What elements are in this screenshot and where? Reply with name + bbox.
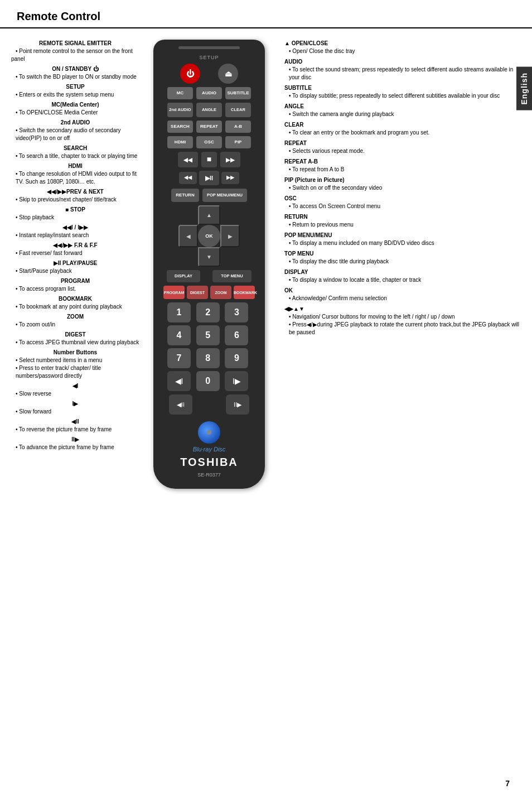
bookmark-color-button[interactable]: BOOKMARK: [234, 286, 255, 299]
frame-fwd-button[interactable]: II▶: [226, 394, 249, 415]
bullet-setup-1: • Enters or exits the system setup menu: [11, 91, 139, 99]
hdmi-button[interactable]: HDMI: [167, 136, 193, 148]
bullet-slow-rev-1: • Slow reverse: [11, 390, 139, 398]
title-osc-right: OSC: [284, 195, 521, 203]
slow-fwd-button[interactable]: I▶: [225, 371, 248, 391]
pop-menu-button[interactable]: POP MENU/MENU: [202, 189, 247, 202]
subtitle-button[interactable]: SUBTITLE: [225, 87, 251, 99]
language-tab: English: [516, 67, 532, 110]
osc-button[interactable]: OSC: [196, 136, 222, 148]
ok-button[interactable]: OK: [198, 225, 220, 247]
model-number: SE-R0377: [197, 472, 221, 478]
seek-back-button[interactable]: ◀◀: [179, 172, 197, 184]
section-title-frame-rev: ◀II: [11, 418, 139, 426]
num4-button[interactable]: 4: [167, 325, 191, 345]
section-subtitle-right: SUBTITLE • To display subtitle; press re…: [284, 84, 521, 100]
num9-button[interactable]: 9: [225, 348, 248, 368]
title-pop-menu-right: POP MENU/MENU: [284, 232, 521, 239]
section-title-instant: ◀◀I / I▶▶: [11, 224, 139, 232]
search-button[interactable]: SEARCH: [167, 121, 193, 133]
mc-button[interactable]: MC: [167, 87, 193, 99]
zoom-color-button[interactable]: ZOOM: [210, 286, 231, 299]
seek-fwd-button[interactable]: ▶▶: [221, 172, 239, 184]
return-button[interactable]: RETURN: [171, 189, 199, 202]
audio-button[interactable]: AUDIO: [196, 87, 222, 99]
section-pop-menu-right: POP MENU/MENU • To display a menu includ…: [284, 232, 521, 247]
bullet-display-right-1: • To display a window to locate a title,…: [284, 276, 521, 284]
power-button[interactable]: ⏻: [180, 64, 200, 84]
bullet-on-standby-1: • To switch the BD player to ON or stand…: [11, 73, 139, 81]
num1-button[interactable]: 1: [167, 302, 191, 323]
section-title-stop: ■ STOP: [11, 206, 139, 214]
digest-color-button[interactable]: DIGEST: [187, 286, 208, 299]
section-title-bookmark: BOOKMARK: [11, 295, 139, 303]
bullet-program-1: • To access program list.: [11, 285, 139, 293]
2nd-audio-button[interactable]: 2nd AUDIO: [167, 103, 193, 117]
bullet-bookmark-1: • To bookmark at any point during playba…: [11, 303, 139, 311]
row-2nd-angle-clear: 2nd AUDIO ANGLE CLEAR: [162, 103, 257, 117]
program-color-button[interactable]: PROGRAM: [163, 286, 185, 299]
eject-button[interactable]: ⏏: [218, 64, 238, 84]
num2-button[interactable]: 2: [196, 302, 220, 323]
bullet-number-2: • Press to enter track/ chapter/ title n…: [11, 364, 139, 380]
bullet-frame-fwd-1: • To advance the picture frame by frame: [11, 444, 139, 451]
next-button[interactable]: ▶▶: [220, 152, 240, 167]
title-nav-right: ◀▶▲▼: [284, 305, 521, 313]
frame-rev-button[interactable]: ◀II: [169, 394, 192, 415]
pip-button[interactable]: PIP: [225, 136, 251, 148]
dpad-down-button[interactable]: ▼: [198, 247, 220, 267]
section-zoom: ZOOM • To zoom out/in: [11, 313, 139, 329]
section-title-slow-rev: ◀I: [11, 382, 139, 390]
remote-top-bar: [178, 46, 240, 49]
dpad-left-button[interactable]: ◀: [178, 225, 198, 247]
top-menu-button[interactable]: TOP MENU: [212, 270, 252, 282]
section-title-prev-next: ◀◀/▶▶PREV & NEXT: [11, 188, 139, 196]
row-colored-buttons: PROGRAM DIGEST ZOOM BOOKMARK: [162, 286, 257, 299]
repeat-button[interactable]: REPEAT: [196, 121, 222, 133]
stop-button[interactable]: ■: [201, 152, 217, 167]
section-open-close: ▲ OPEN/CLOSE • Open/ Close the disc tray: [284, 40, 521, 55]
num5-button[interactable]: 5: [196, 325, 220, 345]
dpad-right-button[interactable]: ▶: [220, 225, 240, 247]
play-pause-button[interactable]: ▶II: [199, 171, 219, 185]
num6-button[interactable]: 6: [225, 325, 248, 345]
row-search-repeat-ab: SEARCH REPEAT A-B: [162, 121, 257, 133]
title-clear-right: CLEAR: [284, 121, 521, 129]
section-prev-next: ◀◀/▶▶PREV & NEXT • Skip to previous/next…: [11, 188, 139, 204]
bullet-osc-right-1: • To access On Screen Control menu: [284, 203, 521, 210]
slow-rev-button[interactable]: ◀I: [167, 371, 191, 391]
bullet-mc-1: • To OPEN/CLOSE Media Center: [11, 109, 139, 117]
prev-button[interactable]: ◀◀: [178, 152, 198, 167]
display-button[interactable]: DISPLAY: [167, 270, 200, 282]
num8-button[interactable]: 8: [196, 348, 220, 368]
section-title-number-buttons: Number Buttons: [11, 349, 139, 357]
bullet-hdmi-1: • To change resolution of HDMI video out…: [11, 170, 139, 186]
title-repeat-right: REPEAT: [284, 139, 521, 147]
section-setup: SETUP • Enters or exits the system setup…: [11, 83, 139, 99]
bullet-number-1: • Select numbered items in a menu: [11, 357, 139, 364]
section-title-program: PROGRAM: [11, 277, 139, 285]
clear-button[interactable]: CLEAR: [225, 103, 251, 117]
bullet-pop-menu-right-1: • To display a menu included on many BD/…: [284, 239, 521, 247]
section-angle-right: ANGLE • Switch the camera angle during p…: [284, 103, 521, 118]
num3-button[interactable]: 3: [225, 302, 248, 323]
page-number: 7: [505, 779, 510, 788]
section-nav-right: ◀▶▲▼ • Navigation/ Cursor buttons for mo…: [284, 305, 521, 336]
section-frame-fwd: II▶ • To advance the picture frame by fr…: [11, 436, 139, 451]
section-stop: ■ STOP • Stop playback: [11, 206, 139, 222]
section-osc-right: OSC • To access On Screen Control menu: [284, 195, 521, 210]
bullet-pip-right-1: • Switch on or off the secondary video: [284, 184, 521, 192]
dpad-up-button[interactable]: ▲: [198, 205, 220, 225]
bullet-digest-1: • To access JPEG thumbnail view during p…: [11, 339, 139, 346]
ab-button[interactable]: A-B: [225, 121, 251, 133]
bullet-return-right-1: • Return to previous menu: [284, 221, 521, 229]
section-title-zoom: ZOOM: [11, 313, 139, 321]
num7-button[interactable]: 7: [167, 348, 191, 368]
section-number-buttons: Number Buttons • Select numbered items i…: [11, 349, 139, 380]
title-return-right: RETURN: [284, 213, 521, 221]
row-hdmi-osc-pip: HDMI OSC PIP: [162, 136, 257, 148]
section-program: PROGRAM • To access program list.: [11, 277, 139, 293]
section-title-fr-ff: ◀◀/▶▶ F.R & F.F: [11, 242, 139, 249]
num0-button[interactable]: 0: [196, 371, 220, 391]
angle-button[interactable]: ANGLE: [196, 103, 222, 117]
